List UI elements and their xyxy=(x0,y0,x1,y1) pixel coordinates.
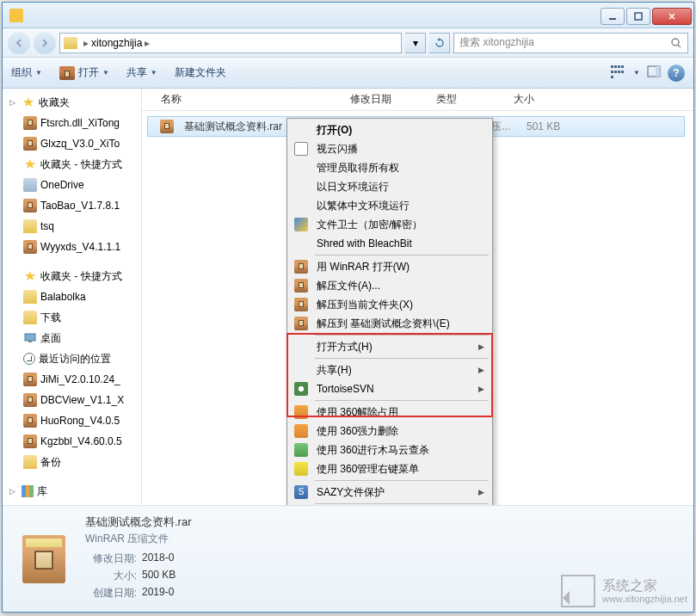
file-size: 501 KB xyxy=(520,120,580,132)
sidebar-item[interactable]: 下载 xyxy=(3,307,141,328)
cm-extract-to[interactable]: 解压到 基础测试概念资料\(E) xyxy=(289,314,490,333)
sidebar-item[interactable]: JiMi_V2.0.10.24_ xyxy=(3,369,141,390)
minimize-button[interactable] xyxy=(601,8,625,25)
cm-360-4[interactable]: 使用 360管理右键菜单 xyxy=(289,459,490,478)
sidebar-item[interactable]: Wyyxds_V4.1.1.1 xyxy=(3,237,141,257)
context-menu: 打开(O) 视云闪播 管理员取得所有权 以日文环境运行 以繁体中文环境运行 文件… xyxy=(286,118,493,505)
details-size: 500 KB xyxy=(142,569,176,583)
close-button[interactable] xyxy=(652,8,692,25)
preview-pane-button[interactable] xyxy=(647,65,661,81)
drive-icon xyxy=(23,178,37,192)
cm-shred[interactable]: Shred with BleachBit xyxy=(289,234,490,253)
svg-point-2 xyxy=(672,39,679,46)
organize-menu[interactable]: 组织▼ xyxy=(11,65,42,80)
rar-icon xyxy=(59,66,75,80)
app-icon xyxy=(9,9,23,22)
refresh-dropdown[interactable]: ▾ xyxy=(405,33,426,53)
cm-cn[interactable]: 以繁体中文环境运行 xyxy=(289,196,490,215)
shield-icon xyxy=(294,218,308,231)
library-icon xyxy=(22,485,34,497)
folder-icon xyxy=(23,290,37,304)
sidebar-item[interactable]: 桌面 xyxy=(3,328,141,348)
svg-rect-4 xyxy=(656,66,660,77)
new-folder-button[interactable]: 新建文件夹 xyxy=(175,65,226,80)
explorer-window: ▸ xitongzhijia ▸ ▾ 搜索 xitongzhijia 组织▼ 打… xyxy=(2,2,694,613)
cm-svn[interactable]: TortoiseSVN▶ xyxy=(289,379,490,398)
address-bar[interactable]: ▸ xitongzhijia ▸ xyxy=(59,33,402,53)
file-list-area[interactable]: 名称 修改日期 类型 大小 基础测试概念资料.rar 2018-06-05 Wi… xyxy=(142,89,693,505)
maximize-button[interactable] xyxy=(626,8,650,25)
forward-button[interactable] xyxy=(34,32,56,54)
cm-share[interactable]: 共享(H)▶ xyxy=(289,360,490,379)
search-input[interactable]: 搜索 xitongzhijia xyxy=(453,33,688,53)
watermark: 系统之家 www.xitongzhijia.net xyxy=(561,575,687,607)
cm-extract-here[interactable]: 解压到当前文件夹(X) xyxy=(289,295,490,314)
cm-open[interactable]: 打开(O) xyxy=(289,120,490,139)
sidebar-item[interactable]: OneDrive xyxy=(3,175,141,195)
sidebar-item[interactable]: Ftsrch.dll_XiTong xyxy=(3,113,141,133)
cm-winrar-open[interactable]: 用 WinRAR 打开(W) xyxy=(289,257,490,276)
open-button[interactable]: 打开▼ xyxy=(59,65,109,80)
navbar: ▸ xitongzhijia ▸ ▾ 搜索 xitongzhijia xyxy=(3,28,693,58)
recent-icon xyxy=(23,353,35,365)
sidebar-item[interactable]: 最近访问的位置 xyxy=(3,348,141,369)
cm-360-3[interactable]: 使用 360进行木马云查杀 xyxy=(289,440,490,459)
cm-ja[interactable]: 以日文环境运行 xyxy=(289,177,490,196)
page-icon xyxy=(294,142,308,156)
sidebar-item[interactable]: tsq xyxy=(3,216,141,237)
rar-icon xyxy=(23,393,37,407)
sidebar-item[interactable]: 收藏夹 - 快捷方式 xyxy=(3,154,141,175)
file-thumbnail xyxy=(16,532,71,587)
star-icon xyxy=(22,95,35,109)
svn-icon xyxy=(294,382,308,396)
cm-360-2[interactable]: 使用 360强力删除 xyxy=(289,422,490,440)
path-label: xitongzhijia xyxy=(91,37,142,49)
sidebar-item[interactable]: DBCView_V1.1_X xyxy=(3,390,141,410)
sidebar-item[interactable]: HuoRong_V4.0.5 xyxy=(3,410,141,431)
cm-open-with[interactable]: 打开方式(H)▶ xyxy=(289,337,490,356)
titlebar[interactable] xyxy=(3,3,693,28)
star-icon xyxy=(23,269,37,283)
favorites-section[interactable]: ▷ 收藏夹 xyxy=(3,92,141,113)
rar-icon xyxy=(23,240,37,254)
folder-icon xyxy=(23,311,37,324)
star-icon xyxy=(23,157,37,171)
svg-rect-5 xyxy=(25,334,35,341)
sidebar-item[interactable]: TaoBao_V1.7.8.1 xyxy=(3,195,141,216)
search-placeholder: 搜索 xitongzhijia xyxy=(459,35,534,50)
cm-sazy[interactable]: SSAZY文件保护▶ xyxy=(289,483,490,502)
col-type[interactable]: 类型 xyxy=(429,92,507,107)
cm-admin[interactable]: 管理员取得所有权 xyxy=(289,158,490,177)
rar-icon xyxy=(23,199,37,213)
sidebar-item[interactable]: Glxzq_V3.0_XiTo xyxy=(3,133,141,154)
rar-icon xyxy=(294,317,308,330)
cm-shiyun[interactable]: 视云闪播 xyxy=(289,139,490,158)
sidebar-item[interactable]: Balabolka xyxy=(3,286,141,307)
svg-rect-1 xyxy=(635,13,642,20)
sidebar-item[interactable]: 备份 xyxy=(3,452,141,472)
refresh-button[interactable] xyxy=(429,33,450,53)
desktop-icon xyxy=(23,331,37,345)
col-size[interactable]: 大小 xyxy=(507,92,567,107)
rar-icon xyxy=(294,260,308,274)
view-options-button[interactable] xyxy=(611,65,626,81)
library-section[interactable]: ▷ 库 xyxy=(3,481,141,502)
back-button[interactable] xyxy=(8,32,30,54)
cm-guard[interactable]: 文件卫士（加密/解密） xyxy=(289,215,490,234)
col-date[interactable]: 修改日期 xyxy=(343,92,429,107)
watermark-logo xyxy=(561,575,595,607)
rar-icon xyxy=(23,116,37,130)
share-menu[interactable]: 共享▼ xyxy=(126,65,157,80)
sidebar-item[interactable]: Kgzbbl_V4.60.0.5 xyxy=(3,431,141,452)
cm-extract-files[interactable]: 解压文件(A)... xyxy=(289,276,490,295)
sidebar[interactable]: ▷ 收藏夹 Ftsrch.dll_XiTongGlxzq_V3.0_XiTo收藏… xyxy=(3,89,142,505)
cm-360-1[interactable]: 使用 360解除占用 xyxy=(289,403,490,422)
toolbar: 组织▼ 打开▼ 共享▼ 新建文件夹 ▼ ? xyxy=(3,58,693,89)
sazy-icon: S xyxy=(294,485,308,499)
help-button[interactable]: ? xyxy=(668,65,685,82)
sidebar-item[interactable]: 收藏夹 - 快捷方式 xyxy=(3,266,141,286)
col-name[interactable]: 名称 xyxy=(154,92,343,107)
360-icon xyxy=(294,443,308,457)
folder-icon xyxy=(23,455,37,469)
column-headers[interactable]: 名称 修改日期 类型 大小 xyxy=(142,89,693,111)
